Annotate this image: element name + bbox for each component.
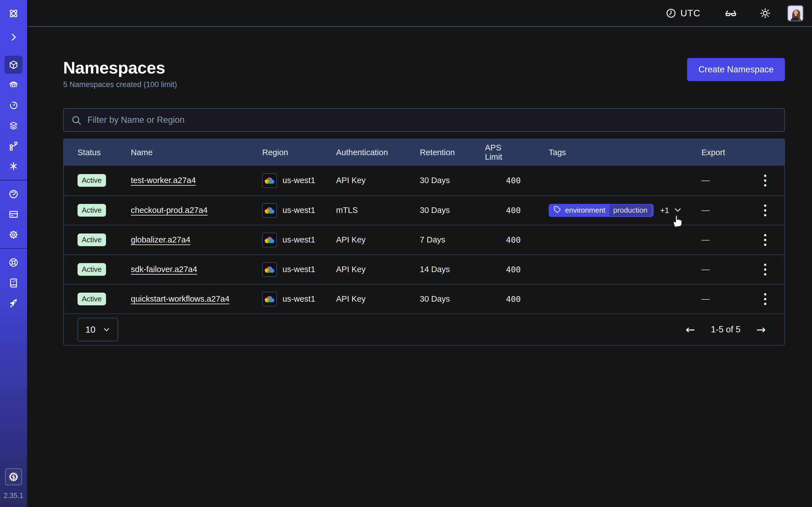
pricing-button[interactable]: $: [5, 468, 22, 485]
rocket-icon: [8, 298, 18, 308]
tag-icon: [553, 205, 561, 215]
book-sparkle-icon: [8, 278, 18, 288]
col-export: Export: [702, 148, 745, 157]
namespace-link[interactable]: globalizer.a27a4: [131, 235, 190, 244]
table-row: Active globalizer.a27a4 us-west1: [64, 225, 784, 255]
credit-card-icon: [8, 209, 18, 219]
retention-value: 7 Days: [420, 235, 485, 244]
page-size-select[interactable]: 10: [78, 318, 118, 341]
region-label: us-west1: [283, 176, 315, 185]
status-badge: Active: [78, 263, 106, 276]
sidebar-item-deployments[interactable]: [4, 117, 22, 135]
tag-chip[interactable]: environmentproduction: [549, 204, 654, 217]
sidebar-item-settings[interactable]: [4, 226, 22, 244]
aps-limit-value: 400: [485, 294, 549, 304]
tags-cell: environmentproduction+1: [549, 204, 702, 217]
sidebar-item-namespaces[interactable]: [4, 56, 22, 74]
namespaces-table: Status Name Region Authentication Retent…: [63, 138, 785, 346]
region-label: us-west1: [283, 206, 315, 215]
sidebar-divider: [0, 248, 27, 249]
sidebar-expand-button[interactable]: [4, 28, 22, 46]
aps-limit-value: 400: [485, 235, 549, 245]
page-size-value: 10: [86, 325, 96, 335]
app-version: 2.35.1: [4, 492, 23, 500]
gcp-cloud-icon: [262, 173, 277, 188]
auth-value: API Key: [336, 265, 420, 274]
cube-icon: [8, 60, 18, 70]
auth-value: API Key: [336, 235, 420, 244]
row-menu-button[interactable]: [761, 202, 769, 219]
col-auth: Authentication: [336, 148, 420, 157]
next-page-button[interactable]: →: [756, 324, 766, 335]
region-label: us-west1: [283, 265, 315, 274]
aps-limit-value: 400: [485, 206, 549, 215]
namespace-link[interactable]: checkout-prod.a27a4: [131, 206, 207, 215]
namespace-link[interactable]: sdk-failover.a27a4: [131, 265, 197, 274]
timer-icon: [8, 100, 18, 110]
topbar: UTC: [27, 0, 812, 27]
row-menu-button[interactable]: [761, 290, 769, 308]
create-namespace-button[interactable]: Create Namespace: [687, 58, 785, 81]
reader-mode-button[interactable]: [725, 7, 737, 19]
sidebar-item-insights[interactable]: [4, 76, 22, 94]
chevron-down-icon: [103, 326, 110, 333]
row-menu-button[interactable]: [761, 261, 769, 278]
sidebar-item-pipelines[interactable]: [4, 137, 22, 155]
user-avatar[interactable]: [787, 5, 804, 21]
gauge-icon: [8, 189, 18, 199]
sidebar-item-billing[interactable]: [4, 205, 22, 223]
status-badge: Active: [78, 204, 106, 217]
layers-icon: [8, 121, 18, 131]
table-footer: 10 ← 1-5 of 5 →: [64, 314, 784, 345]
sidebar-item-nexus[interactable]: [4, 157, 22, 175]
region-label: us-west1: [283, 235, 315, 244]
timezone-button[interactable]: UTC: [666, 8, 700, 18]
gear-icon: [8, 230, 18, 240]
page-content: Namespaces 5 Namespaces created (100 lim…: [27, 27, 812, 346]
export-value: —: [702, 235, 745, 244]
sidebar-divider: [0, 180, 27, 180]
retention-value: 30 Days: [420, 294, 485, 304]
row-menu-button[interactable]: [761, 172, 769, 189]
search-icon: [71, 115, 82, 126]
chevron-down-icon: [673, 206, 682, 215]
prev-page-button[interactable]: ←: [686, 324, 695, 335]
clock-icon: [666, 8, 676, 18]
sidebar-item-getting-started[interactable]: [4, 294, 22, 312]
table-body: Active test-worker.a27a4 us-west1: [64, 166, 784, 314]
tag-key: environment: [565, 206, 605, 215]
sidebar-item-schedules[interactable]: [4, 96, 22, 114]
branch-nodes-icon: [8, 141, 18, 151]
sidebar-item-docs[interactable]: [4, 274, 22, 292]
tag-more-count: +1: [660, 206, 669, 215]
theme-toggle-button[interactable]: [760, 8, 771, 19]
sidebar-item-usage[interactable]: [4, 185, 22, 203]
status-badge: Active: [78, 174, 106, 187]
page-subtitle: 5 Namespaces created (100 limit): [63, 80, 177, 89]
gcp-cloud-icon: [262, 262, 277, 277]
temporal-logo-icon[interactable]: [0, 0, 27, 27]
export-value: —: [702, 206, 745, 215]
filter-input[interactable]: [63, 108, 785, 132]
namespace-link[interactable]: test-worker.a27a4: [131, 176, 196, 185]
retention-value: 30 Days: [420, 206, 485, 215]
life-ring-icon: [8, 258, 18, 268]
col-tags: Tags: [549, 148, 702, 157]
sidebar: $ 2.35.1: [0, 0, 27, 507]
glasses-icon: [725, 7, 737, 19]
col-aps-limit: APS Limit: [485, 143, 549, 162]
table-row: Active checkout-prod.a27a4 us-west1: [64, 195, 784, 225]
tags-expand-button[interactable]: [673, 206, 682, 215]
col-region: Region: [262, 148, 336, 157]
col-retention: Retention: [420, 148, 485, 157]
svg-text:$: $: [12, 474, 15, 480]
status-badge: Active: [78, 233, 106, 246]
table-row: Active test-worker.a27a4 us-west1: [64, 166, 784, 195]
export-value: —: [702, 265, 745, 274]
export-value: —: [702, 294, 745, 304]
sidebar-item-support[interactable]: [4, 253, 22, 272]
row-menu-button[interactable]: [761, 231, 769, 249]
namespace-link[interactable]: quickstart-workflows.a27a4: [131, 294, 230, 304]
page-title: Namespaces: [63, 58, 177, 77]
tag-value: production: [609, 205, 651, 216]
